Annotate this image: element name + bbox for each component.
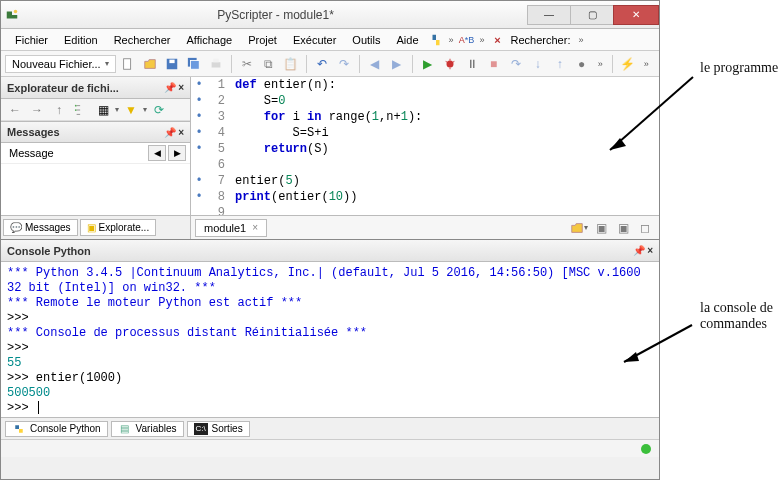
tree-icon[interactable] xyxy=(71,100,91,120)
step-over-icon[interactable]: ↷ xyxy=(506,54,526,74)
python-icon xyxy=(12,423,26,435)
messages-columns: Message ◀ ▶ xyxy=(1,143,190,164)
menu-edition[interactable]: Edition xyxy=(56,32,106,48)
prev-msg-icon[interactable]: ◀ xyxy=(148,145,166,161)
open-folder-icon[interactable]: ▾ xyxy=(569,218,589,238)
folder-tree-icon[interactable]: ▦ xyxy=(93,100,113,120)
menu-fichier[interactable]: Fichier xyxy=(7,32,56,48)
tab-variables[interactable]: ▤ Variables xyxy=(111,421,184,437)
step-out-icon[interactable]: ↑ xyxy=(550,54,570,74)
up-icon[interactable]: ↑ xyxy=(49,100,69,120)
menu-aide[interactable]: Aide xyxy=(388,32,426,48)
menu-outils[interactable]: Outils xyxy=(344,32,388,48)
code-body[interactable]: def entier(n): S=0 for i in range(1,n+1)… xyxy=(231,77,659,215)
nav-back-icon[interactable]: ◀ xyxy=(365,54,385,74)
titlebar: PyScripter - module1* — ▢ ✕ xyxy=(1,1,659,29)
arrow-icon xyxy=(612,320,697,375)
chevron-down-icon[interactable]: ▾ xyxy=(115,105,119,114)
next-msg-icon[interactable]: ▶ xyxy=(168,145,186,161)
paste-icon[interactable]: 📋 xyxy=(281,54,301,74)
menu-rechercher[interactable]: Rechercher xyxy=(106,32,179,48)
annotation-console-l2: commandes xyxy=(700,316,773,332)
output-tabs: Console Python ▤ Variables C:\ Sorties xyxy=(1,417,659,439)
pin-icon[interactable]: 📌 xyxy=(164,82,176,93)
redo-icon[interactable]: ↷ xyxy=(334,54,354,74)
tab-console-python[interactable]: Console Python xyxy=(5,421,108,437)
toolbar: Nouveau Fichier... ▾ ✂ ⧉ 📋 ↶ ↷ ◀ ▶ ▶ ⏸ ■… xyxy=(1,51,659,77)
menu-projet[interactable]: Projet xyxy=(240,32,285,48)
search-label: Rechercher: xyxy=(507,34,575,46)
close-x-icon[interactable]: × xyxy=(489,31,507,49)
left-column: Explorateur de fichi... 📌 × ← → ↑ ▦ ▾ ▼ … xyxy=(1,77,191,239)
close-panel-icon[interactable]: × xyxy=(647,245,653,256)
lightning-icon[interactable]: ⚡ xyxy=(618,54,638,74)
open-folder-icon[interactable] xyxy=(140,54,160,74)
folder-icon: ▣ xyxy=(87,222,96,233)
messages-header: Messages 📌 × xyxy=(1,121,190,143)
gutter-markers: ••••••• xyxy=(191,77,207,215)
minimize-button[interactable]: — xyxy=(527,5,571,25)
chevron-down-icon: ▾ xyxy=(105,59,109,68)
chevron-right-icon[interactable]: » xyxy=(574,35,587,45)
tab-console-label: Console Python xyxy=(30,423,101,434)
chevron-right-icon[interactable]: » xyxy=(445,35,458,45)
svg-marker-12 xyxy=(610,138,626,150)
tab-explorer[interactable]: ▣ Explorate... xyxy=(80,219,157,236)
editor-tab-module1[interactable]: module1 × xyxy=(195,219,267,237)
breakpoint-icon[interactable]: ● xyxy=(572,54,592,74)
new-file-button[interactable]: Nouveau Fichier... ▾ xyxy=(5,55,116,73)
close-tab-icon[interactable]: × xyxy=(252,222,258,233)
console-header: Console Python 📌 × xyxy=(1,240,659,262)
console-body[interactable]: *** Python 3.4.5 |Continuum Analytics, I… xyxy=(1,262,659,417)
annotation-console-l1: la console de xyxy=(700,300,773,316)
pin-icon[interactable]: 📌 xyxy=(164,127,176,138)
pin-icon[interactable]: 📌 xyxy=(633,245,645,256)
nav-fwd-icon[interactable]: ▶ xyxy=(387,54,407,74)
save-all-icon[interactable] xyxy=(184,54,204,74)
step-into-icon[interactable]: ↓ xyxy=(528,54,548,74)
debug-icon[interactable] xyxy=(440,54,460,74)
refresh-icon[interactable]: ⟳ xyxy=(149,100,169,120)
folder2-icon[interactable]: ▣ xyxy=(613,218,633,238)
tab-messages[interactable]: 💬 Messages xyxy=(3,219,78,236)
messages-col-header[interactable]: Message xyxy=(5,145,146,161)
undo-icon[interactable]: ↶ xyxy=(312,54,332,74)
save-icon[interactable] xyxy=(162,54,182,74)
left-tabs: 💬 Messages ▣ Explorate... xyxy=(1,215,190,239)
cut-icon[interactable]: ✂ xyxy=(237,54,257,74)
chevron-right-icon[interactable]: » xyxy=(640,59,653,69)
run-icon[interactable]: ▶ xyxy=(418,54,438,74)
menu-affichage[interactable]: Affichage xyxy=(179,32,241,48)
editor-panel: ••••••• 123456789 def entier(n): S=0 for… xyxy=(191,77,659,239)
explorer-header: Explorateur de fichi... 📌 × xyxy=(1,77,190,99)
code-editor[interactable]: ••••••• 123456789 def entier(n): S=0 for… xyxy=(191,77,659,215)
chevron-down-icon[interactable]: ▾ xyxy=(143,105,147,114)
window-icon[interactable]: ◻ xyxy=(635,218,655,238)
menu-executer[interactable]: Exécuter xyxy=(285,32,344,48)
arrow-icon xyxy=(598,72,698,162)
pause-icon[interactable]: ⏸ xyxy=(462,54,482,74)
annotation-console: la console de commandes xyxy=(700,300,773,332)
tab-sorties[interactable]: C:\ Sorties xyxy=(187,421,250,437)
maximize-button[interactable]: ▢ xyxy=(570,5,614,25)
chevron-right-icon[interactable]: » xyxy=(476,35,489,45)
svg-point-0 xyxy=(14,9,18,13)
stop-icon[interactable]: ■ xyxy=(484,54,504,74)
editor-tabs: module1 × ▾ ▣ ▣ ◻ xyxy=(191,215,659,239)
terminal-icon: C:\ xyxy=(194,423,208,435)
svg-rect-5 xyxy=(190,60,199,69)
syntax-highlight-icon[interactable]: A*B xyxy=(458,31,476,49)
main-area: Explorateur de fichi... 📌 × ← → ↑ ▦ ▾ ▼ … xyxy=(1,77,659,239)
back-icon[interactable]: ← xyxy=(5,100,25,120)
annotation-program: le programme xyxy=(700,60,778,76)
chevron-right-icon[interactable]: » xyxy=(594,59,607,69)
new-doc-icon[interactable] xyxy=(118,54,138,74)
close-panel-icon[interactable]: × xyxy=(178,82,184,93)
print-icon[interactable] xyxy=(206,54,226,74)
close-panel-icon[interactable]: × xyxy=(178,127,184,138)
filter-icon[interactable]: ▼ xyxy=(121,100,141,120)
copy-icon[interactable]: ⧉ xyxy=(259,54,279,74)
fwd-icon[interactable]: → xyxy=(27,100,47,120)
folder-icon[interactable]: ▣ xyxy=(591,218,611,238)
close-button[interactable]: ✕ xyxy=(613,5,659,25)
